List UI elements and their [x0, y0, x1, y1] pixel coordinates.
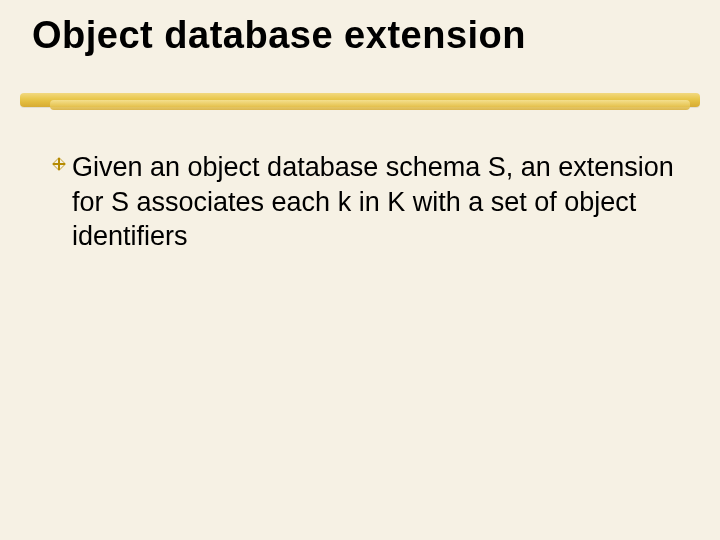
- bullet-text: Given an object database schema S, an ex…: [72, 150, 680, 254]
- title-underline-decoration: [20, 90, 700, 114]
- list-item: Given an object database schema S, an ex…: [50, 150, 680, 254]
- slide-title: Object database extension: [32, 14, 526, 57]
- slide-body: Given an object database schema S, an ex…: [50, 150, 680, 254]
- svg-rect-1: [58, 158, 60, 170]
- decorative-bullet-icon: [50, 150, 70, 178]
